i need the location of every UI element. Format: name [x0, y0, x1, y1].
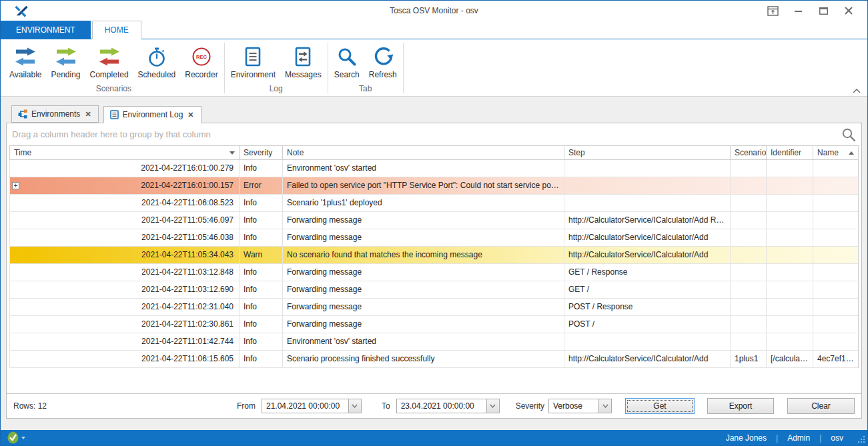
- cell-note: Forwarding message: [283, 316, 564, 333]
- document-lines-icon: [242, 45, 264, 69]
- severity-label: Severity: [516, 401, 544, 411]
- connection-status[interactable]: [7, 431, 25, 444]
- get-button[interactable]: Get: [625, 398, 695, 414]
- table-row[interactable]: 2021-04-22T16:01:00.157 Error Failed to …: [10, 177, 858, 195]
- cell-severity: Info: [240, 212, 283, 229]
- cell-scenario: [731, 333, 767, 351]
- cell-name: [813, 195, 858, 212]
- export-button[interactable]: Export: [707, 398, 774, 414]
- ribbon: Available Pending Completed: [1, 39, 867, 97]
- column-header-name[interactable]: Name: [813, 146, 858, 159]
- sort-desc-icon: [230, 151, 235, 155]
- maximize-icon[interactable]: [815, 3, 831, 18]
- tab-environments[interactable]: Environments ✕: [11, 105, 99, 123]
- refresh-button[interactable]: Refresh: [364, 43, 402, 81]
- cell-time: 2021-04-22T11:06:15.605: [141, 354, 234, 363]
- table-row[interactable]: 2021-04-22T11:03:12.848 Info Forwarding …: [10, 264, 858, 281]
- cell-time: 2021-04-22T11:05:46.097: [141, 215, 234, 225]
- button-label: Completed: [90, 70, 129, 79]
- table-row[interactable]: 2021-04-22T11:02:31.040 Info Forwarding …: [10, 299, 858, 316]
- cell-note: Forwarding message: [283, 212, 564, 229]
- cell-step: POST / Response: [564, 299, 731, 316]
- status-user: Jane Jones: [726, 433, 767, 443]
- search-button[interactable]: Search: [330, 43, 364, 81]
- pending-button[interactable]: Pending: [46, 43, 85, 81]
- tab-home[interactable]: HOME: [92, 21, 141, 39]
- group-label-scenarios: Scenarios: [5, 83, 223, 96]
- collapse-ribbon-chevron-icon[interactable]: [853, 89, 861, 93]
- severity-select[interactable]: Verbose: [548, 399, 612, 413]
- column-header-identifier[interactable]: Identifier: [767, 146, 813, 159]
- cell-severity: Info: [240, 316, 283, 333]
- magnifier-icon: [336, 45, 358, 69]
- table-row[interactable]: 2021-04-22T11:06:15.605 Info Scenario pr…: [10, 351, 858, 368]
- tab-environment-log[interactable]: Environment Log ✕: [103, 106, 201, 123]
- search-icon[interactable]: [841, 127, 856, 142]
- rec-circle-icon: REC: [191, 45, 212, 69]
- messages-log-button[interactable]: Messages: [280, 43, 326, 81]
- scheduled-button[interactable]: Scheduled: [133, 43, 181, 81]
- button-label: Scheduled: [138, 70, 176, 79]
- tab-environment[interactable]: ENVIRONMENT: [1, 21, 91, 39]
- chevron-down-icon[interactable]: [486, 399, 499, 413]
- cell-time: 2021-04-22T11:03:12.848: [141, 267, 234, 277]
- environment-log-button[interactable]: Environment: [226, 43, 280, 81]
- cell-scenario: [731, 195, 767, 212]
- to-date-picker[interactable]: 23.04.2021 00:00:00: [396, 399, 500, 413]
- cell-name: [813, 333, 858, 351]
- cell-note: Forwarding message: [283, 264, 564, 281]
- recorder-button[interactable]: REC Recorder: [180, 43, 222, 81]
- column-header-time[interactable]: Time: [10, 146, 240, 159]
- document-tab-strip: Environments ✕ Environment Log ✕: [6, 105, 862, 123]
- collapse-ribbon-icon[interactable]: [765, 3, 781, 18]
- cell-note: Environment 'osv' started: [283, 160, 564, 177]
- grid-body: 2021-04-22T16:01:00.279 Info Environment…: [9, 160, 859, 368]
- clear-button[interactable]: Clear: [787, 398, 855, 414]
- chevron-down-icon[interactable]: [348, 399, 361, 413]
- column-header-severity[interactable]: Severity: [240, 146, 283, 159]
- table-row[interactable]: 2021-04-22T11:02:30.861 Info Forwarding …: [10, 316, 858, 333]
- from-label: From: [237, 401, 256, 411]
- resize-grip[interactable]: [863, 441, 865, 443]
- table-row[interactable]: 2021-04-22T11:06:08.523 Info Scenario '1…: [10, 195, 858, 212]
- close-icon[interactable]: [841, 3, 857, 18]
- minimize-icon[interactable]: [790, 3, 806, 18]
- table-row[interactable]: 2021-04-22T11:05:46.097 Info Forwarding …: [10, 212, 858, 229]
- ribbon-separator: [224, 43, 225, 93]
- table-row[interactable]: 2021-04-22T16:01:00.279 Info Environment…: [10, 160, 858, 177]
- tab-label: Environment Log: [123, 110, 183, 119]
- cell-severity: Info: [240, 281, 283, 299]
- completed-button[interactable]: Completed: [85, 43, 133, 81]
- ribbon-group-tab: Search Refresh Tab: [330, 41, 402, 96]
- button-label: Pending: [51, 70, 80, 79]
- column-header-scenario[interactable]: Scenario: [731, 146, 767, 159]
- cell-note: Forwarding message: [283, 281, 564, 299]
- cell-severity: Info: [240, 299, 283, 316]
- status-environment: osv: [831, 433, 843, 443]
- table-row[interactable]: 2021-04-22T11:05:34.043 Warn No scenario…: [10, 247, 858, 264]
- table-row[interactable]: 2021-04-22T11:03:12.690 Info Forwarding …: [10, 281, 858, 299]
- column-header-step[interactable]: Step: [564, 146, 731, 159]
- close-icon[interactable]: ✕: [187, 111, 194, 119]
- button-label: Available: [9, 70, 41, 79]
- cell-time: 2021-04-22T11:03:12.690: [141, 285, 234, 294]
- title-bar: Tosca OSV Monitor - osv: [1, 1, 867, 21]
- table-row[interactable]: 2021-04-22T11:01:42.744 Info Environment…: [10, 333, 858, 351]
- ribbon-group-scenarios: Available Pending Completed: [5, 41, 223, 96]
- stopwatch-icon: [146, 45, 167, 69]
- status-separator: |: [776, 433, 778, 443]
- column-header-note[interactable]: Note: [283, 146, 564, 159]
- cell-identifier: [767, 264, 813, 281]
- chevron-down-icon[interactable]: [598, 399, 611, 413]
- cell-severity: Info: [240, 333, 283, 351]
- from-date-picker[interactable]: 21.04.2021 00:00:00: [262, 399, 362, 413]
- chevron-down-icon[interactable]: [21, 437, 25, 439]
- cell-step: [564, 333, 731, 351]
- cell-time: 2021-04-22T11:05:34.043: [141, 250, 234, 259]
- close-icon[interactable]: ✕: [84, 110, 91, 119]
- row-expander[interactable]: [12, 182, 19, 189]
- table-row[interactable]: 2021-04-22T11:05:46.038 Info Forwarding …: [10, 229, 858, 247]
- group-by-bar[interactable]: Drag a column header here to group by th…: [7, 123, 861, 145]
- available-button[interactable]: Available: [5, 43, 46, 81]
- cell-scenario: [731, 160, 767, 177]
